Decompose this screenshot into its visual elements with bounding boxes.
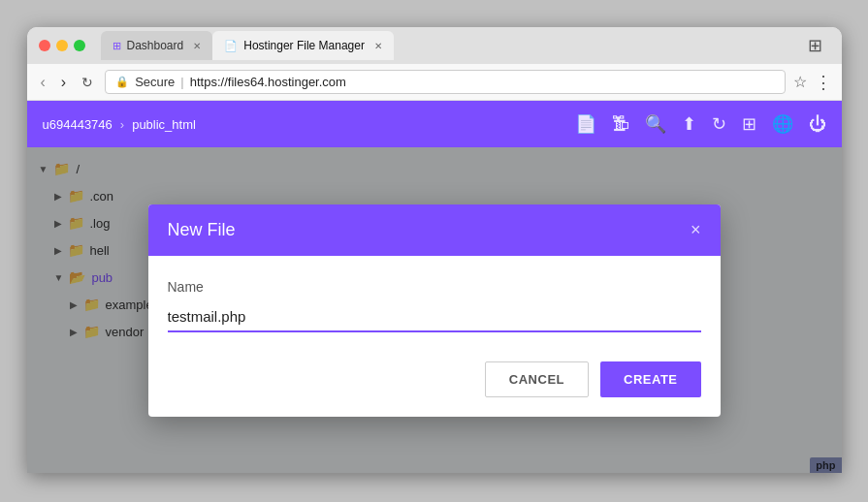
main-content: ▼ 📁 / ▶ 📁 .con ▶ 📁 .log ▶ 📁 hell ▼ �: [27, 147, 842, 473]
archive-icon[interactable]: 🗜: [612, 114, 629, 135]
tab-dashboard[interactable]: ⊞ Dashboard ✕: [101, 31, 213, 60]
breadcrumb-folder: public_html: [132, 117, 196, 132]
browser-menu-icon: ⊞: [800, 35, 830, 56]
modal-header: New File ×: [148, 204, 721, 256]
modal-body: Name: [148, 256, 721, 361]
bookmark-icon[interactable]: ☆: [793, 73, 807, 91]
upload-icon[interactable]: ⬆: [682, 113, 696, 135]
url-domain: https://files64.hostinger.com: [190, 75, 346, 89]
modal-title: New File: [168, 220, 236, 240]
breadcrumb: u694443746 › public_html: [43, 117, 196, 132]
browser-options-icon[interactable]: ⋮: [815, 72, 832, 93]
file-manager-tab-icon: 📄: [224, 40, 238, 52]
address-actions: ☆ ⋮: [793, 72, 832, 93]
tab-file-manager-label: Hostinger File Manager: [243, 39, 365, 52]
secure-lock-icon: 🔒: [115, 76, 129, 88]
new-file-modal: New File × Name CANCEL CREATE: [148, 204, 721, 417]
grid-view-icon[interactable]: ⊞: [742, 113, 756, 135]
file-name-input[interactable]: [168, 302, 701, 332]
field-label: Name: [168, 279, 701, 295]
url-bar[interactable]: 🔒 Secure | https://files64.hostinger.com: [105, 70, 785, 94]
toolbar-actions: 📄 🗜 🔍 ⬆ ↻ ⊞ 🌐 ⏻: [575, 113, 826, 135]
minimize-window-button[interactable]: [56, 40, 68, 51]
url-separator: |: [180, 75, 183, 89]
traffic-lights: [39, 40, 85, 51]
title-bar: ⊞ Dashboard ✕ 📄 Hostinger File Manager ✕…: [27, 27, 842, 64]
modal-overlay: New File × Name CANCEL CREATE: [27, 147, 842, 473]
app-toolbar: u694443746 › public_html 📄 🗜 🔍 ⬆ ↻ ⊞ 🌐 ⏻: [27, 101, 842, 147]
power-icon[interactable]: ⏻: [809, 114, 826, 135]
forward-button[interactable]: ›: [57, 72, 70, 93]
refresh-toolbar-icon[interactable]: ↻: [712, 113, 726, 135]
create-button[interactable]: CREATE: [600, 361, 700, 397]
cancel-button[interactable]: CANCEL: [485, 361, 589, 397]
tab-file-manager-close[interactable]: ✕: [374, 41, 382, 51]
back-button[interactable]: ‹: [37, 72, 49, 93]
search-icon[interactable]: 🔍: [645, 113, 666, 135]
close-window-button[interactable]: [39, 40, 50, 51]
address-bar: ‹ › ↻ 🔒 Secure | https://files64.hosting…: [27, 64, 842, 101]
dashboard-tab-icon: ⊞: [113, 40, 121, 52]
tab-dashboard-close[interactable]: ✕: [193, 41, 201, 51]
secure-label: Secure: [135, 75, 175, 89]
globe-icon[interactable]: 🌐: [772, 113, 793, 135]
maximize-window-button[interactable]: [74, 40, 85, 51]
new-file-icon[interactable]: 📄: [575, 113, 596, 135]
browser-tabs: ⊞ Dashboard ✕ 📄 Hostinger File Manager ✕: [101, 31, 792, 60]
refresh-button[interactable]: ↻: [78, 73, 97, 92]
tab-file-manager[interactable]: 📄 Hostinger File Manager ✕: [212, 31, 394, 60]
tab-dashboard-label: Dashboard: [127, 39, 184, 52]
modal-footer: CANCEL CREATE: [148, 361, 721, 417]
modal-close-button[interactable]: ×: [691, 221, 701, 238]
breadcrumb-arrow: ›: [120, 117, 124, 132]
breadcrumb-account: u694443746: [43, 117, 113, 132]
